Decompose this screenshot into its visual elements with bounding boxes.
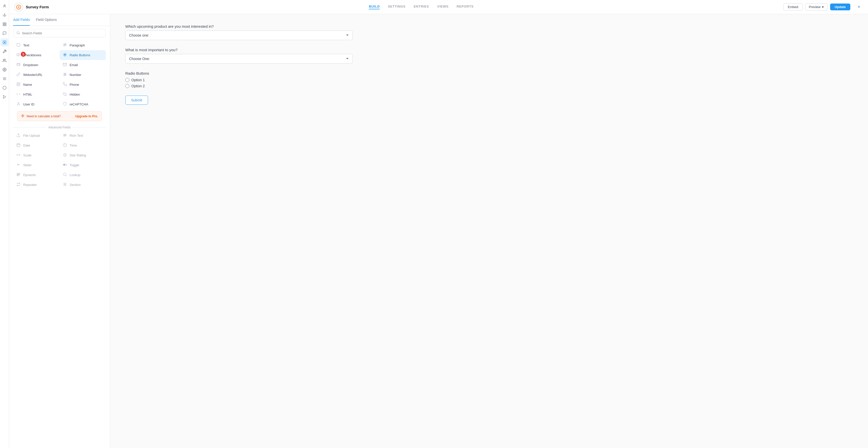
field-website-url[interactable]: Website/URL [13,70,60,80]
radio-section-label: Radio Buttons [125,71,853,75]
question-1-label: Which upcoming product are you most inte… [125,24,853,29]
field-time[interactable]: Time [60,140,106,150]
app-title: Survey Form [26,5,49,9]
checkboxes-icon [16,53,21,58]
app-container: Survey Form BUILD SETTINGS ENTRIES VIEWS… [9,0,868,448]
field-toggle[interactable]: Toggle [60,160,106,170]
search-wrap [9,26,110,40]
svg-point-0 [4,5,5,6]
field-date[interactable]: Date [13,140,60,150]
radio-input-2[interactable] [125,84,129,88]
nav-reports[interactable]: REPORTS [457,4,474,9]
radio-label-1: Option 1 [131,78,145,82]
svg-point-56 [17,173,18,174]
field-hidden[interactable]: Hidden [60,90,106,99]
question-2-label: What is most important to you? [125,48,853,52]
field-slider[interactable]: Slider [13,160,60,170]
sidebar-icon-layers[interactable] [0,20,8,28]
tab-add-fields[interactable]: Add Fields [13,14,30,26]
field-repeater[interactable]: Repeater [13,180,60,190]
question-2-select[interactable]: Choose One:Option AOption B [125,54,353,64]
nav-build[interactable]: BUILD [369,4,380,9]
user-id-icon [16,102,21,107]
svg-point-13 [3,86,6,89]
sidebar-icon-circle[interactable] [0,84,8,92]
upgrade-link[interactable]: Upgrade to Pro. [75,114,98,118]
question-1: Which upcoming product are you most inte… [125,24,853,40]
nav-views[interactable]: VIEWS [437,4,448,9]
sidebar-icon-chat[interactable] [0,29,8,37]
svg-point-1 [4,14,5,14]
field-user-id[interactable]: User ID [13,99,60,109]
question-1-select[interactable]: Choose one:Option AOption BOption C [125,31,353,40]
radio-input-1[interactable] [125,78,129,82]
sidebar-icon-settings[interactable] [0,66,8,74]
svg-point-55 [64,164,65,165]
field-dropdown[interactable]: Dropdown [13,60,60,70]
svg-point-16 [17,32,19,34]
slider-icon [16,163,21,168]
svg-point-64 [63,173,66,176]
lightning-icon [21,114,25,118]
svg-marker-51 [63,153,66,157]
svg-line-65 [66,175,66,176]
preview-button[interactable]: Preview ▾ [805,3,828,10]
field-file-upload[interactable]: File Upload [13,131,60,140]
name-icon [16,82,21,87]
update-button[interactable]: Update [830,3,850,10]
tab-field-options[interactable]: Field Options [36,14,57,26]
field-name[interactable]: Name [13,80,60,90]
rich-text-icon [63,133,67,138]
field-paragraph[interactable]: Paragraph [60,40,106,50]
svg-point-59 [17,174,18,175]
nav-settings[interactable]: SETTINGS [388,4,405,9]
field-recaptcha[interactable]: reCAPTCHA [60,99,106,109]
header-nav: BUILD SETTINGS ENTRIES VIEWS REPORTS [59,4,784,9]
dynamic-icon [16,173,21,177]
field-lookup[interactable]: Lookup [60,170,106,180]
hidden-icon [63,92,67,97]
svg-marker-14 [3,95,5,98]
field-text[interactable]: Text [13,40,60,50]
nav-entries[interactable]: ENTRIES [413,4,429,9]
phone-icon [63,82,67,87]
text-icon [16,43,21,48]
field-phone[interactable]: Phone [60,80,106,90]
field-section[interactable]: H Section [60,180,106,190]
number-icon [63,72,67,77]
radio-option-1: Option 1 [125,78,853,82]
field-star-rating[interactable]: Star Rating [60,150,106,160]
field-checkboxes[interactable]: Checkboxes 1 [13,50,60,60]
sidebar-icon-person[interactable] [0,57,8,65]
left-sidebar [0,0,9,448]
field-rich-text[interactable]: Rich Text [60,131,106,140]
field-dynamic[interactable]: Dynamic [13,170,60,180]
svg-rect-5 [5,25,6,26]
sidebar-icon-anchor[interactable] [0,11,8,19]
field-scale[interactable]: Scale [13,150,60,160]
logo-icon [14,2,23,11]
svg-rect-2 [3,23,4,24]
section-icon: H [63,182,67,187]
repeater-icon [16,182,21,187]
header: Survey Form BUILD SETTINGS ENTRIES VIEWS… [9,0,868,14]
radio-buttons-icon [63,53,67,58]
upgrade-text: Need to calculate a total? [27,114,61,118]
question-2: What is most important to you? Choose On… [125,48,853,64]
sidebar-icon-user[interactable] [0,2,8,10]
field-email[interactable]: Email [60,60,106,70]
field-number[interactable]: Number [60,70,106,80]
sidebar-icon-wrench[interactable] [0,47,8,56]
sidebar-icon-grid[interactable] [0,75,8,83]
svg-point-38 [18,102,19,104]
close-button[interactable]: × [855,3,863,11]
dropdown-icon [16,63,21,67]
sidebar-icon-play[interactable] [0,93,8,101]
field-radio-buttons[interactable]: Radio Buttons [60,50,106,60]
submit-button[interactable]: Submit [125,96,148,105]
embed-button[interactable]: Embed [783,3,802,10]
search-input[interactable] [22,31,102,35]
radio-option-2: Option 2 [125,84,853,88]
sidebar-icon-form[interactable] [0,38,8,46]
field-html[interactable]: HTML [13,90,60,99]
